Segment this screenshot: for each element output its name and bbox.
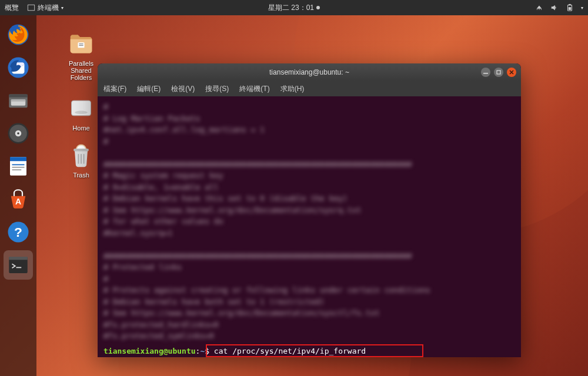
svg-point-14	[17, 132, 19, 135]
window-title: tiansemixiang@ubuntu: ~	[269, 68, 349, 76]
maximize-button[interactable]	[494, 68, 503, 77]
dock-writer[interactable]	[4, 152, 33, 181]
terminal-menubar: 檔案(F) 編輯(E) 檢視(V) 搜尋(S) 終端機(T) 求助(H)	[98, 81, 521, 96]
svg-rect-8	[9, 95, 28, 98]
window-titlebar[interactable]: tiansemixiang@ubuntu: ~	[98, 63, 521, 81]
dock-thunderbird[interactable]	[4, 53, 33, 82]
dock-files[interactable]	[4, 86, 33, 115]
svg-rect-24	[9, 257, 28, 260]
dock-terminal[interactable]	[4, 250, 33, 280]
svg-rect-1	[28, 5, 35, 11]
dock-rhythmbox[interactable]	[4, 119, 33, 148]
menu-terminal[interactable]: 終端機(T)	[239, 84, 269, 94]
rhythmbox-icon	[6, 121, 31, 146]
menu-help[interactable]: 求助(H)	[280, 84, 305, 94]
writer-icon	[6, 154, 31, 179]
drive-icon	[68, 95, 94, 121]
dock-help[interactable]: ?	[4, 217, 33, 247]
menu-file[interactable]: 檔案(F)	[103, 84, 126, 94]
svg-rect-3	[569, 4, 571, 5]
files-icon	[6, 88, 31, 113]
svg-rect-37	[497, 70, 500, 74]
software-icon: A	[6, 187, 31, 212]
trash-icon	[68, 142, 94, 168]
menu-edit[interactable]: 編輯(E)	[137, 84, 161, 94]
svg-rect-10	[11, 99, 26, 102]
prompt-user: tiansemixiang@ubuntu	[103, 347, 196, 355]
folder-icon	[68, 31, 94, 56]
dock-firefox[interactable]	[4, 20, 33, 49]
svg-text:A: A	[15, 197, 21, 206]
terminal-current-lines: tiansemixiang@ubuntu:~$ cat /proc/sys/ne…	[103, 345, 515, 358]
svg-rect-4	[569, 7, 571, 10]
svg-rect-25	[16, 267, 22, 268]
svg-rect-19	[12, 169, 22, 170]
svg-text:?: ?	[14, 224, 22, 240]
svg-rect-33	[78, 154, 79, 164]
power-icon[interactable]: ▾	[581, 5, 583, 11]
svg-rect-16	[10, 157, 26, 161]
volume-icon[interactable]	[550, 4, 559, 12]
terminal-icon	[6, 253, 31, 277]
firefox-icon	[6, 22, 31, 47]
red-highlight-box	[206, 344, 423, 357]
help-icon: ?	[6, 220, 31, 244]
top-panel: 概覽 終端機 ▾ 星期二 23：01 ▾	[0, 0, 588, 15]
clock[interactable]: 星期二 23：01	[268, 3, 320, 13]
svg-rect-27	[79, 43, 83, 44]
svg-rect-36	[483, 73, 488, 74]
blurred-scrollback: # # Log Martian Packets #net.ipv4.conf.a…	[103, 101, 515, 342]
menu-view[interactable]: 檢視(V)	[171, 84, 195, 94]
svg-rect-34	[81, 154, 82, 164]
minimize-button[interactable]	[481, 68, 490, 77]
svg-rect-32	[74, 149, 89, 152]
svg-rect-35	[83, 154, 85, 164]
svg-rect-28	[79, 45, 83, 46]
svg-rect-17	[12, 164, 25, 166]
terminal-output-area[interactable]: # # Log Martian Packets #net.ipv4.conf.a…	[98, 96, 521, 357]
app-menu[interactable]: 終端機 ▾	[27, 3, 64, 13]
close-button[interactable]	[507, 68, 516, 77]
terminal-app-icon	[27, 4, 35, 12]
dock: A ?	[0, 15, 36, 376]
menu-search[interactable]: 搜尋(S)	[205, 84, 229, 94]
battery-icon[interactable]	[566, 4, 574, 12]
terminal-window: tiansemixiang@ubuntu: ~ 檔案(F) 編輯(E) 檢視(V…	[98, 63, 521, 357]
network-icon[interactable]	[535, 4, 543, 12]
activities-button[interactable]: 概覽	[5, 3, 19, 13]
svg-rect-18	[12, 167, 25, 168]
svg-point-31	[75, 111, 88, 115]
thunderbird-icon	[6, 55, 31, 80]
dock-software[interactable]: A	[4, 184, 33, 214]
